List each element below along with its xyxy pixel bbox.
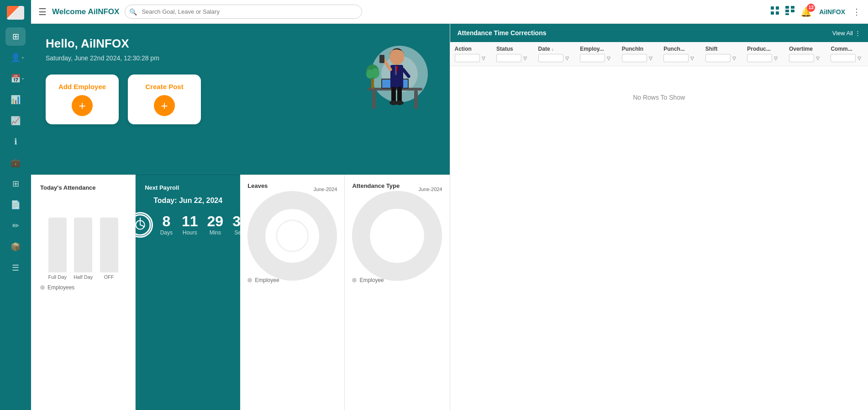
search-icon: 🔍 — [129, 8, 137, 16]
calendar-icon: 📅 — [11, 74, 21, 84]
sidebar-logo — [5, 5, 26, 21]
plus-icon-2: + — [161, 99, 168, 113]
filter-productive-icon[interactable]: ▽ — [774, 56, 778, 61]
attendance-legend: Employees — [40, 284, 126, 291]
sidebar-item-people[interactable]: 👤 — [5, 48, 26, 67]
svg-point-37 — [257, 200, 328, 272]
filter-status[interactable] — [496, 54, 521, 62]
filter-action[interactable] — [455, 54, 480, 62]
hours-unit: 11 Hours — [182, 214, 198, 236]
page-wrapper: ☰ Welcome AiINFOX 🔍 🔔 13 AiINFOX ⋮ — [31, 0, 868, 410]
svg-rect-3 — [776, 11, 779, 15]
svg-rect-24 — [397, 87, 402, 103]
view-all-btn[interactable]: View All ⋮ — [832, 30, 861, 37]
filter-punchout-icon[interactable]: ▽ — [690, 56, 694, 61]
topnav-more-menu[interactable]: ⋮ — [852, 7, 861, 17]
add-employee-label: Add Employee — [58, 83, 106, 91]
sort-date-icon[interactable]: ↓ — [552, 47, 554, 52]
todays-attendance-title: Today's Attendance — [40, 184, 126, 191]
filter-comment-icon[interactable]: ▽ — [857, 56, 861, 61]
barchart-icon: 📊 — [11, 95, 21, 105]
more-options-icon[interactable]: ⋮ — [855, 30, 861, 37]
svg-rect-23 — [391, 87, 396, 103]
sidebar-item-bag[interactable]: 💼 — [5, 154, 26, 172]
payroll-clock-icon — [136, 212, 153, 238]
filter-shift[interactable] — [705, 54, 731, 62]
dashboard-icon: ⊞ — [12, 32, 19, 42]
box-icon: 📦 — [11, 242, 21, 252]
sidebar-item-docs[interactable]: 📄 — [5, 196, 26, 214]
attendance-type-panel: Attendance Type June-2024 Employee — [345, 175, 449, 410]
leaves-panel: Leaves June-2024 Employee — [240, 175, 345, 410]
info-icon: ℹ — [14, 137, 17, 147]
filter-overtime-icon[interactable]: ▽ — [816, 56, 820, 61]
create-post-btn[interactable]: + — [154, 95, 175, 116]
days-unit: 8 Days — [160, 214, 173, 236]
filter-status-icon[interactable]: ▽ — [523, 56, 527, 61]
sidebar-item-grid[interactable]: ⊞ — [5, 175, 26, 193]
sidebar-item-info[interactable]: ℹ — [5, 133, 26, 151]
svg-rect-13 — [414, 91, 418, 109]
att-type-title: Attendance Type — [352, 182, 400, 189]
main-content: Hello, AiINFOX Saturday, June 22nd 2024,… — [31, 24, 868, 410]
col-status: Status ▽ — [492, 42, 534, 66]
col-punchout: Punch... ▽ — [659, 42, 701, 66]
mins-value: 29 — [207, 214, 224, 229]
sidebar-item-calendar[interactable]: 📅 — [5, 69, 26, 88]
sidebar-item-box[interactable]: 📦 — [5, 238, 26, 256]
docs-icon: 📄 — [11, 200, 21, 210]
filter-comment[interactable] — [831, 54, 856, 62]
add-employee-btn[interactable]: + — [72, 95, 93, 116]
filter-productive[interactable] — [747, 54, 772, 62]
create-post-card[interactable]: Create Post + — [128, 75, 201, 124]
svg-rect-7 — [791, 10, 794, 12]
off-bar-group: OFF — [100, 218, 118, 280]
list-icon: ☰ — [12, 263, 19, 273]
svg-point-20 — [371, 68, 379, 78]
apps-btn[interactable] — [785, 5, 795, 18]
corrections-title: Attendance Time Corrections — [458, 29, 547, 37]
svg-rect-29 — [379, 55, 384, 63]
col-date: Date↓ ▽ — [534, 42, 576, 66]
filter-punchin[interactable] — [622, 54, 647, 62]
notification-btn[interactable]: 🔔 13 — [800, 6, 812, 17]
filter-overtime[interactable] — [789, 54, 814, 62]
att-type-donut-chart — [352, 199, 442, 272]
filter-date[interactable] — [538, 54, 563, 62]
svg-rect-2 — [771, 11, 774, 15]
hamburger-menu[interactable]: ☰ — [38, 6, 47, 17]
sidebar-item-list[interactable]: ☰ — [5, 259, 26, 277]
sidebar-item-reports2[interactable]: 📈 — [5, 112, 26, 130]
svg-rect-4 — [785, 6, 789, 9]
svg-rect-1 — [776, 6, 779, 10]
filter-employee-icon[interactable]: ▽ — [607, 56, 610, 61]
filter-punchin-icon[interactable]: ▽ — [649, 56, 652, 61]
filter-shift-icon[interactable]: ▽ — [732, 56, 736, 61]
filter-date-icon[interactable]: ▽ — [565, 56, 569, 61]
filter-punchout[interactable] — [663, 54, 689, 62]
sidebar-item-dashboard[interactable]: ⊞ — [5, 27, 26, 46]
next-payroll-panel: Next Payroll Today: Jun 22, 2024 — [136, 175, 240, 410]
days-label: Days — [160, 229, 173, 236]
halfday-label: Half Day — [74, 274, 93, 280]
filter-employee[interactable] — [580, 54, 605, 62]
topnav-username[interactable]: AiINFOX — [819, 8, 845, 16]
sidebar-item-edit[interactable]: ✏ — [5, 217, 26, 235]
corrections-table[interactable]: Action ▽ Status ▽ Date↓ ▽ — [450, 42, 868, 410]
sidebar-item-reports1[interactable]: 📊 — [5, 91, 26, 109]
secs-value: 31 — [232, 214, 240, 229]
payroll-time-units: 8 Days 11 Hours 29 Mins 31 — [160, 214, 241, 236]
add-employee-card[interactable]: Add Employee + — [46, 75, 119, 124]
plus-icon: + — [79, 99, 85, 113]
hero-illustration — [340, 28, 441, 120]
halfday-bar — [74, 218, 92, 272]
hero-section: Hello, AiINFOX Saturday, June 22nd 2024,… — [31, 24, 450, 175]
grid-view-btn[interactable] — [770, 6, 779, 17]
filter-action-icon[interactable]: ▽ — [482, 56, 485, 61]
payroll-today-label: Today: Jun 22, 2024 — [153, 197, 222, 205]
fullday-label: Full Day — [48, 274, 67, 280]
notification-badge: 13 — [807, 4, 815, 12]
create-post-label: Create Post — [145, 83, 183, 91]
off-label: OFF — [104, 274, 114, 280]
search-input[interactable] — [125, 5, 362, 19]
